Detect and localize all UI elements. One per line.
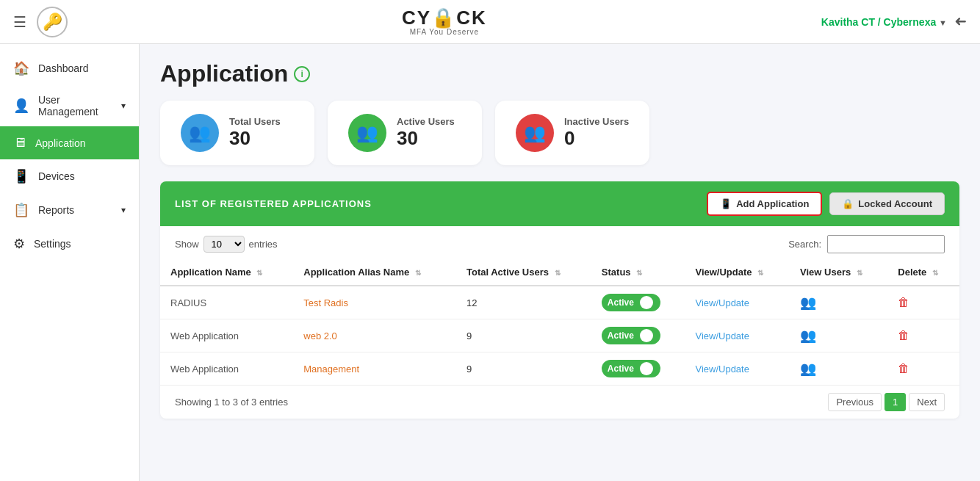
user-management-arrow: ▾ (121, 101, 126, 111)
sort-icon-status: ⇅ (636, 269, 642, 277)
active-users-icon: 👥 (348, 114, 386, 152)
entries-label: entries (249, 239, 278, 250)
status-toggle-0[interactable]: Active (602, 294, 660, 311)
logout-icon[interactable]: ➜ (954, 13, 967, 31)
cell-alias-0: Test Radis (293, 286, 456, 319)
view-update-link-1[interactable]: View/Update (695, 330, 749, 341)
view-users-icon-2[interactable]: 👥 (800, 361, 816, 376)
add-application-button[interactable]: 📱 Add Application (707, 192, 822, 216)
pagination: Previous 1 Next (828, 393, 945, 411)
locked-account-button[interactable]: 🔒 Locked Account (829, 192, 945, 215)
next-button[interactable]: Next (909, 393, 945, 411)
add-app-label: Add Application (736, 198, 809, 209)
toggle-circle-2 (640, 362, 653, 375)
total-users-value: 30 (229, 127, 281, 150)
active-users-label: Active Users (397, 116, 455, 127)
data-table: Application Name ⇅ Application Alias Nam… (160, 259, 959, 385)
active-users-value: 30 (397, 127, 455, 150)
search-label: Search: (788, 239, 821, 250)
col-total-active[interactable]: Total Active Users ⇅ (456, 259, 591, 286)
cell-view-users-1: 👥 (790, 319, 887, 352)
cell-view-users-0: 👥 (790, 286, 887, 319)
col-status[interactable]: Status ⇅ (591, 259, 685, 286)
showing-info: Showing 1 to 3 of 3 entries (175, 397, 288, 408)
logo-cy: CY (402, 7, 431, 29)
col-view-users[interactable]: View Users ⇅ (790, 259, 887, 286)
stat-card-total-users: 👥 Total Users 30 (160, 101, 314, 165)
table-row: Web Application web 2.0 9 Active View/Up… (160, 319, 959, 352)
sidebar-item-settings[interactable]: ⚙ Settings (0, 227, 139, 261)
reports-arrow: ▾ (121, 205, 126, 215)
stat-info-active: Active Users 30 (397, 116, 455, 150)
user-info[interactable]: Kavitha CT / Cybernexa ▼ (821, 16, 947, 28)
cell-view-update-1: View/Update (685, 319, 790, 352)
sidebar-item-reports[interactable]: 📋 Reports ▾ (0, 193, 139, 227)
sort-icon-view: ⇅ (757, 269, 763, 277)
stat-info-inactive: Inactive Users 0 (564, 116, 629, 150)
previous-button[interactable]: Previous (828, 393, 882, 411)
delete-icon-1[interactable]: 🗑 (898, 329, 909, 341)
show-label: Show (175, 239, 199, 250)
sort-icon-users: ⇅ (857, 269, 862, 277)
search-input[interactable] (827, 235, 945, 253)
col-delete[interactable]: Delete ⇅ (887, 259, 959, 286)
locked-account-label: Locked Account (858, 198, 932, 209)
view-users-icon-0[interactable]: 👥 (800, 295, 816, 310)
application-icon: 🖥 (13, 135, 26, 151)
status-label-0: Active (608, 297, 634, 308)
main-content: Application i 👥 Total Users 30 👥 Active … (140, 44, 980, 481)
inactive-users-value: 0 (564, 127, 629, 150)
view-update-link-0[interactable]: View/Update (695, 297, 749, 308)
status-toggle-2[interactable]: Active (602, 360, 660, 377)
status-toggle-1[interactable]: Active (602, 327, 660, 344)
search-box: Search: (788, 235, 945, 253)
table-controls: Show 10 25 50 100 entries Search: (160, 226, 959, 259)
cell-status-2: Active (591, 352, 685, 386)
sort-icon-delete: ⇅ (932, 269, 938, 277)
col-view-update[interactable]: View/Update ⇅ (685, 259, 790, 286)
cell-view-update-0: View/Update (685, 286, 790, 319)
sidebar-item-user-management[interactable]: 👤 User Management ▾ (0, 85, 139, 126)
page-title: Application (160, 60, 288, 87)
sidebar-item-devices[interactable]: 📱 Devices (0, 159, 139, 193)
sidebar-item-dashboard[interactable]: 🏠 Dashboard (0, 51, 139, 85)
cell-delete-0: 🗑 (887, 286, 959, 319)
toggle-circle-1 (640, 329, 653, 342)
page-1-button[interactable]: 1 (884, 393, 906, 411)
status-label-1: Active (608, 330, 634, 341)
sidebar-label-application: Application (35, 137, 86, 149)
total-users-label: Total Users (229, 116, 281, 127)
user-icon: 👤 (13, 98, 29, 114)
view-users-icon-1[interactable]: 👥 (800, 328, 816, 343)
settings-icon: ⚙ (13, 236, 25, 252)
info-icon[interactable]: i (294, 66, 310, 82)
body-layout: 🏠 Dashboard 👤 User Management ▾ 🖥 Applic… (0, 44, 980, 481)
cell-alias-2: Management (293, 352, 456, 386)
view-update-link-2[interactable]: View/Update (695, 364, 749, 375)
devices-icon: 📱 (13, 168, 29, 184)
lock-icon: 🔒 (842, 198, 854, 209)
sort-icon-app-name: ⇅ (256, 269, 262, 277)
sort-icon-alias: ⇅ (415, 269, 421, 277)
table-row: Web Application Management 9 Active View… (160, 352, 959, 386)
inactive-users-label: Inactive Users (564, 116, 629, 127)
hamburger-icon[interactable]: ☰ (13, 13, 26, 31)
col-alias[interactable]: Application Alias Name ⇅ (293, 259, 456, 286)
col-app-name[interactable]: Application Name ⇅ (160, 259, 293, 286)
entries-select[interactable]: 10 25 50 100 (203, 236, 245, 253)
cell-delete-2: 🗑 (887, 352, 959, 386)
sidebar-label-dashboard: Dashboard (38, 62, 89, 74)
user-dropdown-arrow[interactable]: ▼ (939, 18, 947, 27)
table-header-bar: LIST OF REGISTERED APPLICATIONS 📱 Add Ap… (160, 181, 959, 226)
delete-icon-0[interactable]: 🗑 (898, 296, 909, 308)
show-entries: Show 10 25 50 100 entries (175, 236, 278, 253)
status-label-2: Active (608, 364, 634, 374)
logo-subtitle: MFA You Deserve (410, 28, 480, 36)
topnav-logo: CY🔒CK MFA You Deserve (402, 8, 487, 36)
cell-delete-1: 🗑 (887, 319, 959, 352)
sidebar-label-reports: Reports (38, 204, 74, 216)
sidebar-item-application[interactable]: 🖥 Application (0, 126, 139, 159)
delete-icon-2[interactable]: 🗑 (898, 362, 909, 375)
logo-text: CY🔒CK (402, 8, 487, 27)
sidebar-label-user-management: User Management (38, 94, 112, 117)
